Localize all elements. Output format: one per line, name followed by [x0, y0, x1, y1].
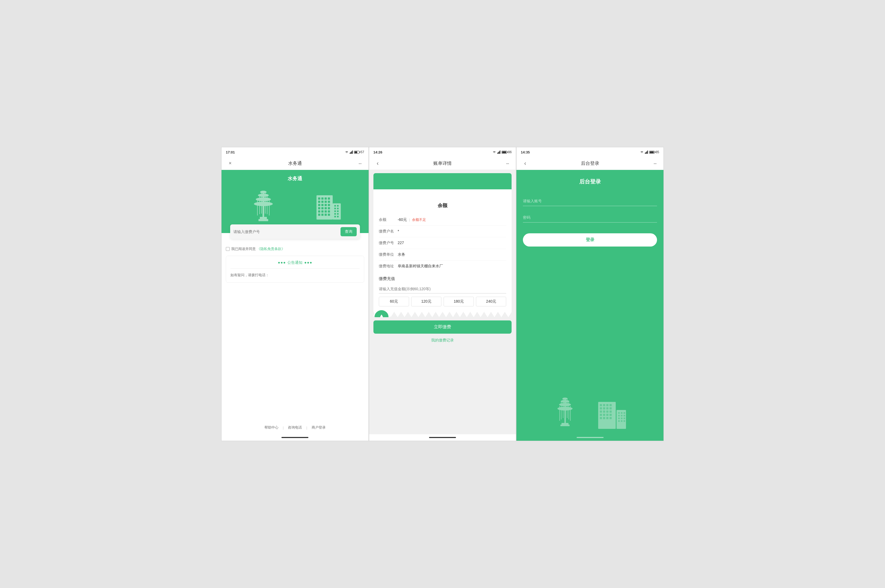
svg-rect-54: [498, 152, 499, 154]
svg-rect-100: [618, 415, 620, 417]
svg-point-64: [561, 400, 569, 403]
login-button[interactable]: 登录: [523, 233, 657, 246]
home-bar-2: [429, 437, 456, 438]
signal-icon-2: [497, 150, 500, 154]
hero-title-1: 水务通: [288, 176, 302, 182]
more-menu-icon-2[interactable]: ···: [503, 160, 512, 166]
amount-btn-120[interactable]: 120元: [411, 297, 442, 306]
svg-rect-1: [350, 152, 351, 154]
notice-dots-left: [278, 262, 285, 264]
search-input-1[interactable]: [233, 230, 338, 234]
bill-value-name: *: [398, 229, 506, 233]
more-menu-icon-1[interactable]: ···: [356, 160, 364, 166]
recharge-input[interactable]: [379, 285, 506, 294]
svg-rect-108: [624, 420, 625, 422]
svg-rect-95: [610, 417, 612, 419]
svg-rect-39: [322, 214, 323, 216]
svg-rect-3: [352, 150, 353, 154]
battery-icon-2: [502, 151, 507, 154]
close-icon-1[interactable]: ×: [226, 160, 234, 166]
svg-rect-35: [322, 210, 323, 213]
phone3-illustration: [517, 396, 664, 429]
svg-rect-23: [322, 201, 323, 203]
help-center-link[interactable]: 帮助中心: [264, 425, 278, 430]
svg-rect-38: [318, 214, 320, 216]
battery-level-3: 85: [656, 150, 659, 154]
svg-rect-0: [350, 153, 350, 154]
svg-rect-97: [618, 412, 620, 414]
svg-rect-61: [647, 150, 648, 154]
recharge-section: 缴费充值 60元 120元 180元 240元: [379, 272, 506, 306]
home-bar-3: [577, 437, 604, 438]
svg-rect-25: [328, 201, 330, 203]
svg-rect-82: [606, 407, 609, 410]
consult-link[interactable]: 咨询电话: [288, 425, 302, 430]
close-icon-2[interactable]: ‹: [373, 160, 382, 167]
amount-btn-180[interactable]: 180元: [443, 297, 474, 306]
svg-rect-34: [318, 210, 320, 213]
svg-rect-74: [560, 424, 569, 426]
svg-point-7: [256, 198, 271, 201]
hero-section-1: 水务通: [221, 170, 368, 233]
battery-level-1: 57: [361, 150, 364, 154]
svg-rect-47: [334, 210, 336, 212]
notice-card: 公告通知 如有疑问，请拨打电话：: [226, 256, 364, 283]
phone-2: 14:26 86: [369, 147, 517, 441]
time-1: 17:01: [226, 150, 235, 154]
dot-1: [278, 262, 280, 264]
notice-title: 公告通知: [287, 260, 302, 265]
username-input[interactable]: [523, 196, 657, 206]
svg-rect-30: [318, 207, 320, 209]
agreement-link[interactable]: 《隐私免责条款》: [257, 247, 285, 251]
water-drop-svg: [378, 314, 385, 317]
phone-1: 17:01 57: [221, 147, 369, 441]
svg-rect-62: [565, 399, 566, 423]
amount-btn-60[interactable]: 60元: [379, 297, 409, 306]
footer-divider-2: |: [306, 426, 307, 430]
svg-rect-84: [600, 411, 602, 412]
svg-rect-19: [322, 198, 323, 200]
my-records-link[interactable]: 我的缴费记录: [373, 336, 512, 345]
home-indicator-2: [369, 434, 516, 441]
back-icon-3[interactable]: ‹: [521, 160, 529, 167]
svg-rect-31: [322, 207, 323, 209]
svg-rect-29: [328, 204, 330, 206]
svg-rect-90: [606, 414, 609, 416]
svg-rect-10: [265, 192, 266, 214]
pay-button[interactable]: 立即缴费: [373, 320, 512, 334]
amount-btn-240[interactable]: 240元: [476, 297, 506, 306]
status-icons-3: 85: [640, 150, 659, 154]
svg-rect-106: [618, 420, 620, 422]
svg-rect-88: [600, 414, 602, 416]
dot-2: [281, 262, 282, 264]
svg-rect-85: [603, 411, 605, 412]
bill-card-top: [373, 173, 512, 189]
footer-divider-1: |: [283, 426, 284, 430]
svg-rect-36: [325, 210, 327, 213]
more-menu-icon-3[interactable]: ···: [651, 160, 659, 166]
bill-label-unit: 缴费单位: [379, 252, 398, 257]
zigzag-svg: [373, 312, 512, 317]
bill-value-unit: 水务: [398, 252, 506, 257]
svg-rect-12: [267, 195, 267, 214]
svg-rect-104: [621, 417, 622, 419]
signal-icon-3: [645, 150, 648, 154]
city-svg-3: [550, 396, 631, 429]
svg-rect-33: [328, 207, 330, 209]
wifi-icon-2: [493, 151, 496, 153]
password-input[interactable]: [523, 213, 657, 222]
bill-label-name: 缴费户名: [379, 229, 398, 234]
bill-row-address: 缴费地址 阜南县新村镇天棚自来水厂: [379, 261, 506, 272]
login-title: 后台登录: [579, 178, 601, 185]
svg-rect-44: [337, 205, 339, 207]
merchant-login-link[interactable]: 商户登录: [312, 425, 326, 430]
agreement-checkbox[interactable]: [226, 247, 230, 251]
svg-rect-102: [624, 415, 625, 417]
svg-rect-53: [497, 153, 498, 154]
svg-rect-42: [333, 203, 341, 219]
svg-rect-81: [603, 407, 605, 410]
svg-rect-52: [337, 216, 339, 218]
battery-icon-1: [354, 151, 359, 154]
search-button-1[interactable]: 查询: [341, 227, 357, 236]
svg-rect-16: [258, 219, 268, 221]
